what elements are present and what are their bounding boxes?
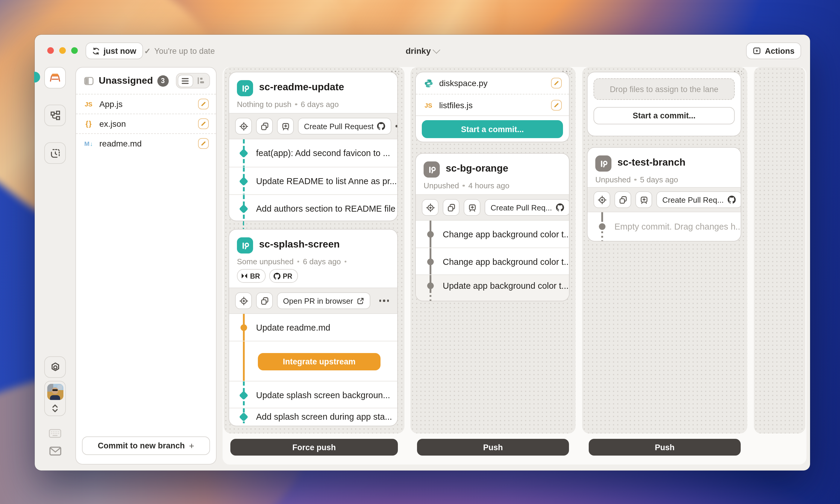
stack-name: sc-readme-update [259,81,344,93]
list-view-toggle[interactable] [177,74,193,87]
commit-row[interactable]: Update splash screen backgroun... [229,381,397,408]
stack-status: Some unpushed [237,257,294,266]
create-pull-request-button[interactable]: Create Pull Req... [485,199,570,216]
file-name: ex.json [99,119,126,128]
integrate-upstream-button[interactable]: Integrate upstream [258,353,381,370]
target-commit-icon[interactable] [594,191,610,208]
gear-icon [49,361,61,373]
unassigned-title: Unassigned [99,75,153,86]
active-workspace-indicator [34,72,40,83]
commit-to-new-branch-button[interactable]: Commit to new branch + [82,436,210,455]
create-pull-request-label: Create Pull Request [304,122,374,131]
modified-badge-icon [198,98,209,109]
stack-menu-button[interactable] [396,125,398,127]
chevron-up-down-icon [51,403,59,414]
commit-row[interactable]: Update README to list Anne as pr... [229,167,397,195]
empty-commit-row[interactable]: Empty commit. Drag changes h... [588,212,741,241]
unassigned-header: Unassigned 3 [76,68,216,94]
zoom-window-button[interactable] [71,47,78,54]
commit-marker-icon [239,412,248,421]
commit-row[interactable]: Add splash screen during app sta... [229,408,397,426]
stack-status: Nothing to push [237,100,291,109]
stack-card-sc-readme-update: sc-readme-update Nothing to push 6 days … [229,72,398,221]
start-commit-button[interactable]: Start a commit... [594,107,735,124]
pull-request-badge[interactable]: PR [269,269,298,283]
file-row-diskspace-py[interactable]: diskspace.py [416,72,569,94]
file-row-listfiles-js[interactable]: JS listfiles.js [416,94,569,115]
stack-toolbar: Create Pull Req... [588,187,741,212]
account-switcher[interactable] [44,381,66,416]
commit-row[interactable]: Change app background color t... [416,221,569,248]
create-pull-request-button[interactable]: Create Pull Req... [656,191,741,208]
js-file-icon: JS [423,100,434,110]
history-clock-icon [49,147,61,159]
actions-button[interactable]: Actions [746,42,801,59]
branches-icon [49,110,61,121]
project-name: drinky [406,46,431,56]
assign-machine-icon[interactable] [464,199,480,216]
file-row-ex-json[interactable]: { } ex.json [76,113,216,133]
stack-status: Unpushed [595,175,631,184]
assign-machine-icon[interactable] [277,118,294,134]
force-push-button[interactable]: Force push [230,439,398,455]
commit-row[interactable]: feat(app): Add second favicon to ... [229,139,397,167]
stack-menu-button[interactable] [379,300,391,302]
target-commit-icon[interactable] [235,292,252,309]
commit-row[interactable]: Add authors section to README file [229,194,397,221]
copy-icon[interactable] [256,118,273,134]
file-row-readme-md[interactable]: M↓ readme.md [76,133,216,153]
lane-canvas: diskspace.py JS listfiles.js Start a com… [410,67,576,433]
lane-sc-test-branch: Drop files to assign to the lane Start a… [582,67,747,465]
stack-name: sc-test-branch [617,157,685,168]
sidebar-item-history[interactable] [44,142,66,164]
empty-lane-area [754,67,805,465]
sidebar-item-branches[interactable] [44,105,66,126]
stack-time: 6 days ago [301,100,339,109]
open-pr-in-browser-button[interactable]: Open PR in browser [277,292,370,309]
markdown-file-icon: M↓ [83,139,94,148]
commit-message: Change app background color t... [443,229,570,239]
commit-row[interactable]: Update readme.md [229,314,397,341]
feedback-button[interactable] [44,446,66,456]
copy-icon[interactable] [443,199,459,216]
target-commit-icon[interactable] [235,118,252,134]
file-name: readme.md [99,139,142,148]
create-pull-request-button[interactable]: Create Pull Request [298,118,391,134]
commit-row[interactable]: Update app background color t... [416,274,569,301]
push-button[interactable]: Push [589,439,741,455]
commit-line-bridge [243,221,244,229]
stack-name: sc-bg-orange [446,163,508,174]
settings-button[interactable] [44,356,66,378]
sidebar-item-workspace[interactable] [44,67,66,89]
project-switcher[interactable]: drinky [406,42,439,59]
commit-message: Add splash screen during app sta... [256,412,392,421]
sync-button[interactable]: just now [86,42,143,59]
assign-machine-icon[interactable] [635,191,652,208]
keyboard-shortcuts-button[interactable] [44,429,66,438]
commit-marker-icon [239,391,248,399]
desktop-wallpaper: just now ✓ You're up to date drinky Acti… [0,0,840,504]
push-button[interactable]: Push [417,439,569,455]
create-pull-request-label: Create Pull Req... [662,195,724,204]
commit-row[interactable]: Change app background color t... [416,248,569,275]
start-commit-button[interactable]: Start a commit... [422,120,563,138]
empty-commit-message: Empty commit. Drag changes h... [614,222,741,231]
target-commit-icon[interactable] [422,199,439,216]
minimize-window-button[interactable] [59,47,66,54]
assigned-files-card: diskspace.py JS listfiles.js Start a com… [415,72,570,142]
drop-files-zone[interactable]: Drop files to assign to the lane [594,78,735,100]
file-row-app-js[interactable]: JS App.js [76,94,216,113]
close-window-button[interactable] [47,47,54,54]
commit-message: Update readme.md [256,323,330,332]
commit-marker-icon [239,177,248,186]
unassigned-count-badge: 3 [157,75,169,86]
file-name: App.js [99,99,123,109]
lane-canvas [754,67,805,433]
tree-view-toggle[interactable] [193,74,209,87]
copy-icon[interactable] [614,191,631,208]
copy-icon[interactable] [256,292,273,309]
branch-review-badge[interactable]: BR [237,269,265,283]
modified-badge-icon [198,119,209,129]
assign-files-card: Drop files to assign to the lane Start a… [587,72,741,136]
lane-sc-bg-orange: diskspace.py JS listfiles.js Start a com… [410,67,576,465]
